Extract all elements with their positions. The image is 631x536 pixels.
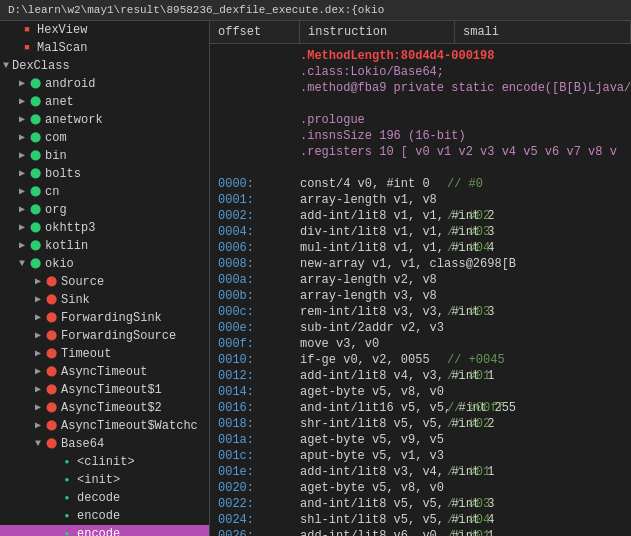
offset-cell	[218, 128, 300, 144]
node-icon-circle-red: ⬤	[44, 437, 58, 451]
code-line[interactable]: 000e:sub-int/2addr v2, v3	[210, 320, 631, 336]
expand-icon[interactable]: ▶	[32, 274, 44, 290]
expand-icon[interactable]: ▶	[16, 94, 28, 110]
expand-icon[interactable]: ▼	[32, 436, 44, 452]
node-label: android	[45, 76, 95, 92]
sidebar-item-cn[interactable]: ▶⬤cn	[0, 183, 209, 201]
code-line[interactable]: .class:Lokio/Base64;	[210, 64, 631, 80]
code-line[interactable]: 0002:add-int/lit8 v1, v1, #int 2// #02	[210, 208, 631, 224]
sidebar-item-android[interactable]: ▶⬤android	[0, 75, 209, 93]
expand-icon[interactable]: ▼	[0, 58, 12, 74]
expand-icon[interactable]: ▶	[16, 202, 28, 218]
sidebar-item-okhttp3[interactable]: ▶⬤okhttp3	[0, 219, 209, 237]
sidebar-item-kotlin[interactable]: ▶⬤kotlin	[0, 237, 209, 255]
node-label: AsyncTimeout$2	[61, 400, 162, 416]
main-container: ■HexView ■MalScan▼DexClass▶⬤android▶⬤ane…	[0, 21, 631, 536]
expand-icon[interactable]: ▶	[16, 130, 28, 146]
expand-icon[interactable]: ▶	[16, 184, 28, 200]
code-line[interactable]: .insnsSize 196 (16-bit)	[210, 128, 631, 144]
sidebar-item-malscan[interactable]: ■MalScan	[0, 39, 209, 57]
sidebar-item-asynctimeoutwatch[interactable]: ▶⬤AsyncTimeout$Watchc	[0, 417, 209, 435]
expand-icon[interactable]: ▶	[32, 400, 44, 416]
sidebar-item-base64[interactable]: ▼⬤Base64	[0, 435, 209, 453]
sidebar-item-sink[interactable]: ▶⬤Sink	[0, 291, 209, 309]
sidebar[interactable]: ■HexView ■MalScan▼DexClass▶⬤android▶⬤ane…	[0, 21, 210, 536]
sidebar-item-bolts[interactable]: ▶⬤bolts	[0, 165, 209, 183]
sidebar-item-okio[interactable]: ▼⬤okio	[0, 255, 209, 273]
code-line[interactable]: 0010:if-ge v0, v2, 0055// +0045	[210, 352, 631, 368]
code-line[interactable]: .method@fba9 private static encode([B[B)…	[210, 80, 631, 96]
expand-icon[interactable]: ▶	[32, 346, 44, 362]
smali-cell: // #01	[447, 368, 490, 384]
sidebar-item-encode1[interactable]: ●encode	[0, 507, 209, 525]
code-line[interactable]: 0016:and-int/lit16 v5, v5, #int 255// #0…	[210, 400, 631, 416]
sidebar-item-com[interactable]: ▶⬤com	[0, 129, 209, 147]
node-label: Timeout	[61, 346, 111, 362]
node-icon-circle-green: ⬤	[28, 113, 42, 127]
code-area[interactable]: .MethodLength:80d4d4-000198.class:Lokio/…	[210, 44, 631, 536]
sidebar-item-decode[interactable]: ●decode	[0, 489, 209, 507]
sidebar-item-anetwork[interactable]: ▶⬤anetwork	[0, 111, 209, 129]
sidebar-item-forwardingsource[interactable]: ▶⬤ForwardingSource	[0, 327, 209, 345]
code-line[interactable]: 0006:mul-int/lit8 v1, v1, #int 4// #04	[210, 240, 631, 256]
expand-icon[interactable]: ▶	[32, 364, 44, 380]
code-line[interactable]: 0022:and-int/lit8 v5, v5, #int 3// #03	[210, 496, 631, 512]
code-line[interactable]: 001a:aget-byte v5, v9, v5	[210, 432, 631, 448]
sidebar-item-clinit[interactable]: ●<clinit>	[0, 453, 209, 471]
expand-icon[interactable]: ▶	[16, 148, 28, 164]
code-line[interactable]: 0018:shr-int/lit8 v5, v5, #int 2// #02	[210, 416, 631, 432]
expand-icon[interactable]: ▶	[32, 310, 44, 326]
expand-icon[interactable]: ▶	[32, 328, 44, 344]
code-line[interactable]	[210, 160, 631, 176]
sidebar-item-org[interactable]: ▶⬤org	[0, 201, 209, 219]
code-line[interactable]: 001e:add-int/lit8 v3, v4, #int 1// #01	[210, 464, 631, 480]
sidebar-item-encode2[interactable]: ●encode	[0, 525, 209, 536]
sidebar-item-forwardingsink[interactable]: ▶⬤ForwardingSink	[0, 309, 209, 327]
node-icon-circle-red: ⬤	[44, 383, 58, 397]
code-line[interactable]: 0004:div-int/lit8 v1, v1, #int 3// #03	[210, 224, 631, 240]
code-line[interactable]: 0020:aget-byte v5, v8, v0	[210, 480, 631, 496]
code-line[interactable]: 0024:shl-int/lit8 v5, v5, #int 4// #04	[210, 512, 631, 528]
offset-cell: 0020:	[218, 480, 300, 496]
sidebar-item-anet[interactable]: ▶⬤anet	[0, 93, 209, 111]
code-line[interactable]: 0000:const/4 v0, #int 0// #0	[210, 176, 631, 192]
expand-icon[interactable]: ▶	[32, 382, 44, 398]
code-line[interactable]	[210, 96, 631, 112]
expand-icon[interactable]: ▶	[16, 220, 28, 236]
sidebar-item-asynctimeout[interactable]: ▶⬤AsyncTimeout	[0, 363, 209, 381]
node-label: anet	[45, 94, 74, 110]
sidebar-item-timeout[interactable]: ▶⬤Timeout	[0, 345, 209, 363]
code-line[interactable]: 000b:array-length v3, v8	[210, 288, 631, 304]
code-line[interactable]: .prologue	[210, 112, 631, 128]
sidebar-item-hexview[interactable]: ■HexView	[0, 21, 209, 39]
sidebar-item-asynctimeout2[interactable]: ▶⬤AsyncTimeout$2	[0, 399, 209, 417]
node-label: encode	[77, 526, 120, 536]
instruction-cell: sub-int/2addr v2, v3	[300, 320, 447, 336]
code-line[interactable]: 0008:new-array v1, v1, class@2698[B	[210, 256, 631, 272]
expand-icon[interactable]: ▶	[16, 166, 28, 182]
offset-cell: 0010:	[218, 352, 300, 368]
expand-icon[interactable]: ▼	[16, 256, 28, 272]
expand-icon[interactable]: ▶	[16, 76, 28, 92]
code-line[interactable]: 0014:aget-byte v5, v8, v0	[210, 384, 631, 400]
code-line[interactable]: 000c:rem-int/lit8 v3, v3, #int 3// #03	[210, 304, 631, 320]
code-line[interactable]: .MethodLength:80d4d4-000198	[210, 48, 631, 64]
sidebar-item-bin[interactable]: ▶⬤bin	[0, 147, 209, 165]
sidebar-item-dexclass[interactable]: ▼DexClass	[0, 57, 209, 75]
code-line[interactable]: 001c:aput-byte v5, v1, v3	[210, 448, 631, 464]
node-label: okhttp3	[45, 220, 95, 236]
expand-icon[interactable]: ▶	[32, 418, 44, 434]
expand-icon[interactable]: ▶	[16, 238, 28, 254]
code-line[interactable]: 000f:move v3, v0	[210, 336, 631, 352]
sidebar-item-init[interactable]: ●<init>	[0, 471, 209, 489]
code-line[interactable]: 0012:add-int/lit8 v4, v3, #int 1// #01	[210, 368, 631, 384]
expand-icon[interactable]: ▶	[32, 292, 44, 308]
code-line[interactable]: 000a:array-length v2, v8	[210, 272, 631, 288]
expand-icon[interactable]: ▶	[16, 112, 28, 128]
sidebar-item-source[interactable]: ▶⬤Source	[0, 273, 209, 291]
code-line[interactable]: 0026:add-int/lit8 v6, v0, #int 1// #01	[210, 528, 631, 536]
smali-cell: // #03	[447, 304, 490, 320]
sidebar-item-asynctimeout1[interactable]: ▶⬤AsyncTimeout$1	[0, 381, 209, 399]
code-line[interactable]: 0001:array-length v1, v8	[210, 192, 631, 208]
code-line[interactable]: .registers 10 [ v0 v1 v2 v3 v4 v5 v6 v7 …	[210, 144, 631, 160]
